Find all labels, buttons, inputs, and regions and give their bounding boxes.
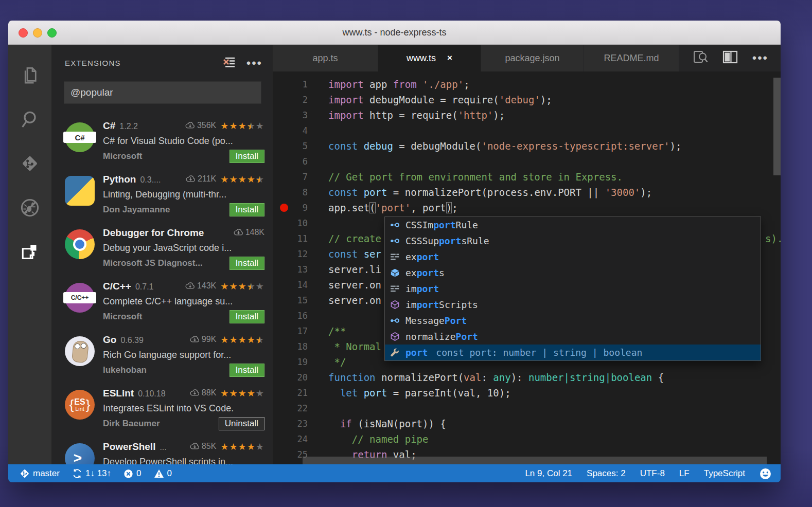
git-branch-indicator[interactable]: master: [20, 468, 60, 479]
line-text[interactable]: import app from './app';: [328, 77, 470, 92]
suggestion-MessagePort[interactable]: MessagePort: [385, 313, 761, 329]
line-number[interactable]: 18: [273, 339, 308, 354]
more-actions-icon[interactable]: •••: [246, 61, 262, 66]
line-number[interactable]: 20: [273, 370, 308, 385]
install-button[interactable]: Install: [230, 150, 264, 163]
encoding-setting[interactable]: UTF-8: [640, 468, 665, 479]
line-number[interactable]: 2: [273, 92, 308, 107]
line-number[interactable]: 6: [273, 154, 308, 169]
line-text[interactable]: app.set('port', port);: [328, 200, 458, 215]
line-text[interactable]: // create: [328, 231, 381, 246]
line-number[interactable]: 15: [273, 293, 308, 308]
activity-files-icon[interactable]: [8, 53, 51, 97]
activity-extensions-icon[interactable]: [8, 230, 51, 274]
suggestion-port[interactable]: portconst port: number | string | boolea…: [385, 345, 761, 360]
line-text[interactable]: if (isNaN(port)) {: [328, 416, 446, 431]
horizontal-scrollbar[interactable]: [303, 457, 767, 464]
line-text[interactable]: const ser: [328, 246, 381, 262]
eslint-extension-icon: {ESLint}: [65, 390, 95, 420]
feedback-smiley-icon[interactable]: [760, 468, 771, 480]
extension-row-go[interactable]: Go0.6.3999K★★★★★★Rich Go language suppor…: [51, 328, 273, 382]
line-text[interactable]: const port = normalizePort(process.env.P…: [328, 185, 652, 200]
warnings-indicator[interactable]: 0: [154, 468, 172, 479]
line-number[interactable]: 5: [273, 138, 308, 154]
suggestion-importScripts[interactable]: importScripts: [385, 297, 761, 313]
line-number[interactable]: 24: [273, 431, 308, 447]
activity-debug-disabled-icon[interactable]: [8, 186, 51, 230]
uninstall-button[interactable]: Uninstall: [219, 417, 264, 430]
extensions-search-input[interactable]: [64, 81, 261, 104]
line-text[interactable]: // named pipe: [328, 431, 428, 447]
git-sync-indicator[interactable]: 1↓ 13↑: [72, 468, 111, 479]
extension-row-powershell[interactable]: >_PowerShell...85K★★★★★Develop PowerShel…: [51, 435, 273, 464]
line-text[interactable]: const debug = debugModule('node-express-…: [328, 138, 681, 154]
line-number[interactable]: 21: [273, 385, 308, 401]
line-number[interactable]: 7: [273, 169, 308, 185]
line-number[interactable]: 12: [273, 246, 308, 262]
tab-package.json[interactable]: package.json: [481, 45, 584, 71]
line-text[interactable]: server.on: [328, 277, 381, 293]
line-number[interactable]: 4: [273, 123, 308, 138]
activity-search-icon[interactable]: [8, 97, 51, 141]
tab-close-icon[interactable]: ×: [447, 53, 452, 63]
line-number[interactable]: 23: [273, 416, 308, 431]
install-button[interactable]: Install: [230, 310, 264, 323]
line-number[interactable]: 22: [273, 401, 308, 416]
cursor-position[interactable]: Ln 9, Col 21: [525, 468, 572, 479]
line-text[interactable]: /**: [328, 323, 346, 339]
line-text[interactable]: server.on: [328, 293, 381, 308]
line-text[interactable]: import debugModule = require('debug');: [328, 92, 552, 107]
line-number[interactable]: 3: [273, 107, 308, 123]
zoom-window-button[interactable]: [47, 28, 57, 38]
line-text[interactable]: * Normal: [328, 339, 381, 354]
install-button[interactable]: Install: [230, 257, 264, 270]
line-number[interactable]: 1: [273, 77, 308, 92]
line-number[interactable]: 13: [273, 262, 308, 277]
suggestion-normalizePort[interactable]: normalizePort: [385, 329, 761, 345]
suggestion-export[interactable]: export: [385, 249, 761, 265]
activity-source-control-icon[interactable]: [8, 141, 51, 186]
split-editor-icon[interactable]: [722, 50, 738, 66]
install-button[interactable]: Install: [230, 364, 264, 377]
extension-row-eslint[interactable]: {ESLint}ESLint0.10.1888K★★★★★Integrates …: [51, 382, 273, 435]
tab-README.md[interactable]: README.md: [584, 45, 679, 71]
extension-row-chrome[interactable]: Debugger for Chrome148KDebug your JavaSc…: [51, 221, 273, 275]
install-button[interactable]: Install: [230, 203, 264, 216]
suggestion-CSSSupportsRule[interactable]: CSSSupportsRule: [385, 233, 761, 249]
line-text[interactable]: // Get port from environment and store i…: [328, 169, 623, 185]
line-text[interactable]: let port = parseInt(val, 10);: [328, 385, 511, 401]
line-text[interactable]: server.li: [328, 262, 381, 277]
extension-row-csharp[interactable]: C#C#1.2.2356K★★★★★★C# for Visual Studio …: [51, 114, 273, 168]
line-number[interactable]: 16: [273, 308, 308, 323]
errors-indicator[interactable]: 0: [123, 468, 141, 479]
line-text[interactable]: function normalizePort(val: any): number…: [328, 370, 664, 385]
tab-www.ts[interactable]: www.ts×: [378, 45, 481, 71]
line-number[interactable]: 8: [273, 185, 308, 200]
more-actions-icon[interactable]: •••: [752, 56, 768, 61]
error-icon: [123, 469, 133, 479]
code-editor[interactable]: 1import app from './app';2import debugMo…: [273, 71, 781, 464]
line-number[interactable]: 10: [273, 215, 308, 231]
line-number[interactable]: 17: [273, 323, 308, 339]
line-text[interactable]: import http = require('http');: [328, 107, 505, 123]
suggestion-exports[interactable]: exports: [385, 265, 761, 281]
line-number[interactable]: 9: [273, 200, 308, 215]
line-number[interactable]: 11: [273, 231, 308, 246]
extension-row-python[interactable]: Python0.3....211K★★★★★★Linting, Debuggin…: [51, 168, 273, 221]
suggestion-CSSImportRule[interactable]: CSSImportRule: [385, 217, 761, 233]
breakpoint-dot[interactable]: [280, 204, 288, 212]
indentation-setting[interactable]: Spaces: 2: [587, 468, 626, 479]
line-number[interactable]: 14: [273, 277, 308, 293]
line-number[interactable]: 19: [273, 354, 308, 370]
tab-app.ts[interactable]: app.ts: [273, 45, 378, 71]
close-window-button[interactable]: [19, 28, 28, 38]
open-preview-icon[interactable]: [693, 50, 708, 66]
language-mode[interactable]: TypeScript: [704, 468, 745, 479]
eol-setting[interactable]: LF: [679, 468, 690, 479]
line-text[interactable]: */: [328, 354, 346, 370]
suggestion-import[interactable]: import: [385, 281, 761, 297]
vertical-scrollbar[interactable]: [773, 78, 781, 175]
extension-row-cpp[interactable]: C/C++C/C++0.7.1143K★★★★★★Complete C/C++ …: [51, 275, 273, 328]
minimize-window-button[interactable]: [33, 28, 42, 38]
clear-extensions-icon[interactable]: [222, 56, 236, 70]
